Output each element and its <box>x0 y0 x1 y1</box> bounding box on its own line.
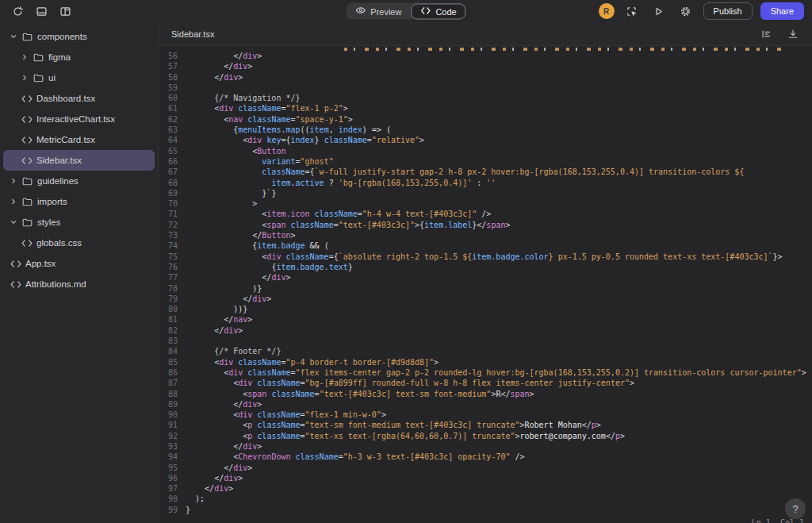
line-content: <div className="bg-[#a899ff] rounded-ful… <box>186 378 634 388</box>
clipped-code-line <box>344 48 788 51</box>
file-label: guidelines <box>37 176 79 186</box>
share-button[interactable]: Share <box>760 2 804 20</box>
file-label: InteractiveChart.tsx <box>36 114 115 124</box>
line-number: 97 <box>163 483 178 494</box>
code-line-78: 78 )} <box>159 283 812 294</box>
insert-frame-icon[interactable] <box>622 2 642 20</box>
chevron-down-icon[interactable] <box>10 219 17 225</box>
gear-icon[interactable] <box>676 2 695 20</box>
code-line-64: 64 <div key={index} className="relative"… <box>159 135 812 145</box>
code-line-63: 63 {menuItems.map((item, index) => ( <box>159 125 812 135</box>
preview-tab[interactable]: Preview <box>346 3 411 20</box>
code-line-58: 58 </div> <box>159 72 812 83</box>
sidebar-item-attributions-md[interactable]: Attributions.md <box>3 274 155 294</box>
line-number: 89 <box>163 399 178 410</box>
sidebar-item-styles[interactable]: styles <box>3 212 155 233</box>
chevron-down-icon[interactable] <box>10 33 17 40</box>
line-content: </div> <box>186 294 271 304</box>
sidebar-item-interactivechart-tsx[interactable]: InteractiveChart.tsx <box>3 109 155 129</box>
line-number: 68 <box>163 178 178 188</box>
eye-icon <box>355 6 366 17</box>
code-line-77: 77 </div> <box>159 272 812 283</box>
code-line-69: 69 }`} <box>159 188 812 198</box>
code-file-icon <box>21 157 33 164</box>
code-file-icon <box>21 137 33 144</box>
line-content: </div> <box>186 473 243 483</box>
line-number: 94 <box>163 452 178 462</box>
line-number: 75 <box>163 252 178 262</box>
code-line-99: 99} <box>159 505 812 515</box>
line-number: 86 <box>163 367 178 378</box>
view-toggle: Preview Code <box>346 3 465 20</box>
line-number: 66 <box>163 156 178 167</box>
line-content: </div> <box>186 399 262 410</box>
play-icon[interactable] <box>649 2 668 20</box>
line-content: {menuItems.map((item, index) => ( <box>186 125 391 135</box>
code-tab[interactable]: Code <box>411 3 465 19</box>
folder-icon <box>21 177 33 186</box>
chevron-right-icon[interactable] <box>10 198 17 205</box>
line-content: <div className="flex items-center gap-2 … <box>186 367 806 378</box>
line-content: <span className="text-[#403c3c] text-sm … <box>186 389 534 399</box>
app-window: Preview Code R <box>0 0 812 523</box>
editor-header-icons <box>756 25 802 43</box>
code-line-73: 73 </Button> <box>159 230 812 240</box>
line-content: </div> <box>186 272 290 283</box>
code-line-96: 96 </div> <box>159 473 812 483</box>
code-area[interactable]: 56 </div>57 </div>58 </div>5960 {/* Navi… <box>159 46 812 523</box>
line-content: </nav> <box>186 314 252 325</box>
sidebar-item-figma[interactable]: figma <box>3 47 155 67</box>
sidebar-item-dashboard-tsx[interactable]: Dashboard.tsx <box>3 88 155 109</box>
code-line-70: 70 > <box>159 198 812 209</box>
line-number: 63 <box>163 125 178 135</box>
code-line-83: 83 <box>159 336 812 346</box>
file-label: Attributions.md <box>25 279 86 289</box>
code-line-71: 71 <item.icon className="h-4 w-4 text-[#… <box>159 209 812 219</box>
line-number: 60 <box>163 93 178 103</box>
code-file-icon <box>21 240 33 247</box>
sidebar-item-guidelines[interactable]: guidelines <box>3 171 155 191</box>
code-file-icon <box>10 281 21 288</box>
file-label: globals.css <box>36 238 82 248</box>
code-line-61: 61 <div className="flex-1 p-2"> <box>159 103 812 113</box>
code-line-85: 85 <div className="p-4 border-t border-[… <box>159 357 812 367</box>
line-number: 76 <box>163 262 178 272</box>
main-layout: componentsfigmauiDashboard.tsxInteractiv… <box>0 22 812 523</box>
line-content: <div className={`absolute right-2 top-1.… <box>186 252 783 262</box>
line-number: 62 <box>163 114 178 125</box>
publish-button[interactable]: Publish <box>703 2 753 20</box>
sidebar-item-globals-css[interactable]: globals.css <box>3 233 155 253</box>
folder-icon <box>33 74 44 83</box>
line-number: 90 <box>163 410 178 420</box>
line-content: > <box>186 198 257 209</box>
sidebar-item-app-tsx[interactable]: App.tsx <box>3 253 155 274</box>
download-icon[interactable] <box>783 25 802 43</box>
line-number: 85 <box>163 357 178 367</box>
avatar[interactable]: R <box>599 3 615 19</box>
line-number: 92 <box>163 431 178 441</box>
refresh-icon[interactable] <box>8 2 27 20</box>
code-line-56: 56 </div> <box>159 51 812 61</box>
sidebar-item-imports[interactable]: imports <box>3 191 155 212</box>
code-line-93: 93 </div> <box>159 441 812 452</box>
line-content: <Button <box>186 146 285 156</box>
sidebar-item-components[interactable]: components <box>3 26 155 47</box>
sidebar-item-metriccard-tsx[interactable]: MetricCard.tsx <box>3 129 155 150</box>
chevron-right-icon[interactable] <box>21 75 29 81</box>
line-number: 77 <box>163 272 178 283</box>
chevron-right-icon[interactable] <box>10 178 17 184</box>
sidebar-item-ui[interactable]: ui <box>3 67 155 88</box>
layout-columns-icon[interactable] <box>56 2 75 20</box>
code-line-89: 89 </div> <box>159 399 812 410</box>
line-content: <ChevronDown className="h-3 w-3 text-[#4… <box>186 452 525 462</box>
help-button[interactable]: ? <box>785 498 806 519</box>
code-editor-panel: Sidebar.tsx <box>159 22 812 523</box>
panel-bottom-icon[interactable] <box>32 2 51 20</box>
line-number: 56 <box>163 51 178 61</box>
chevron-right-icon[interactable] <box>21 54 29 60</box>
line-content: </div> <box>186 463 252 473</box>
line-content: item.active ? 'bg-[rgba(168,153,255,0.4)… <box>186 178 496 188</box>
format-lines-icon[interactable] <box>756 25 776 43</box>
line-content: <div className="p-4 border-t border-[#d9… <box>186 357 439 367</box>
sidebar-item-sidebar-tsx[interactable]: Sidebar.tsx <box>3 150 155 171</box>
